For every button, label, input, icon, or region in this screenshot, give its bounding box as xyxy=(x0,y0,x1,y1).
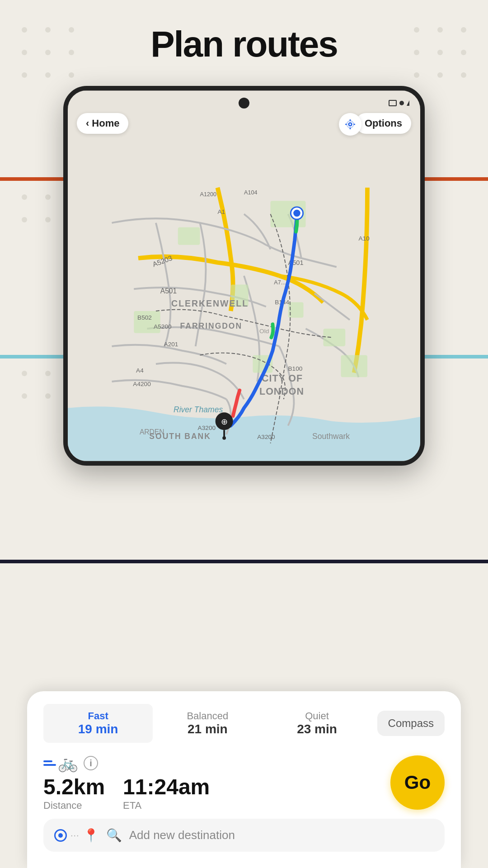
svg-text:A1: A1 xyxy=(217,208,225,215)
tab-balanced[interactable]: Balanced 21 min xyxy=(153,704,262,743)
map-area: River Thames xyxy=(68,90,420,461)
svg-point-36 xyxy=(293,210,300,217)
svg-text:River Thames: River Thames xyxy=(174,405,223,414)
svg-text:A501: A501 xyxy=(160,287,177,295)
svg-text:Southwark: Southwark xyxy=(312,432,350,441)
svg-rect-8 xyxy=(341,355,368,377)
svg-text:FARRINGDON: FARRINGDON xyxy=(180,321,242,330)
bike-icon: 🚲 xyxy=(58,754,78,773)
battery-icon xyxy=(389,100,397,106)
locate-button[interactable] xyxy=(339,113,361,136)
destination-icons: ··· 📍 xyxy=(54,828,99,843)
add-destination-bar[interactable]: ··· 📍 🔍 Add new destination xyxy=(43,819,445,852)
svg-text:⊕: ⊕ xyxy=(221,417,228,426)
phone-mockup: River Thames xyxy=(63,86,425,466)
distance-stat: 5.2km Distance xyxy=(43,776,105,811)
svg-text:A1200: A1200 xyxy=(200,192,216,198)
route-icons: 🚲 i xyxy=(43,754,210,773)
svg-text:ARDEN: ARDEN xyxy=(140,428,164,436)
route-dots-icon: ··· xyxy=(70,830,80,840)
svg-text:A201: A201 xyxy=(164,341,178,348)
back-button[interactable]: ‹ Home xyxy=(77,113,128,134)
svg-text:A3200: A3200 xyxy=(198,425,216,431)
network-icon xyxy=(407,100,409,106)
locate-icon xyxy=(344,118,356,130)
route-detail: 🚲 i 5.2km Distance 11:24am ETA Go xyxy=(43,754,445,811)
compass-button[interactable]: Compass xyxy=(377,711,445,736)
phone-camera xyxy=(239,98,249,108)
tab-quiet[interactable]: Quiet 23 min xyxy=(262,704,371,743)
svg-point-40 xyxy=(349,123,352,126)
speed-lines-icon xyxy=(43,760,56,766)
bottom-panel: Fast 19 min Balanced 21 min Quiet 23 min… xyxy=(27,691,461,868)
svg-text:A4: A4 xyxy=(136,367,144,374)
search-icon: 🔍 xyxy=(106,828,122,843)
tab-fast[interactable]: Fast 19 min xyxy=(43,704,153,743)
phone-status-bar xyxy=(68,95,420,111)
svg-rect-7 xyxy=(324,329,346,346)
svg-text:LONDON: LONDON xyxy=(259,386,304,397)
svg-text:B100: B100 xyxy=(288,365,303,372)
svg-text:A7...: A7... xyxy=(274,280,286,286)
go-button[interactable]: Go xyxy=(390,755,445,810)
route-tabs: Fast 19 min Balanced 21 min Quiet 23 min… xyxy=(43,704,445,743)
route-stats: 5.2km Distance 11:24am ETA xyxy=(43,776,210,811)
decorative-line-dark xyxy=(0,560,488,563)
svg-text:CITY OF: CITY OF xyxy=(262,373,303,384)
svg-text:A104: A104 xyxy=(244,189,258,196)
svg-text:A4200: A4200 xyxy=(133,381,151,387)
svg-point-41 xyxy=(347,121,353,127)
back-chevron-icon: ‹ xyxy=(86,118,89,129)
svg-text:A3200: A3200 xyxy=(257,434,275,440)
destination-pin-icon: 📍 xyxy=(83,828,99,843)
origin-icon xyxy=(54,829,67,842)
status-icons xyxy=(389,100,409,106)
svg-rect-3 xyxy=(178,227,200,245)
eta-stat: 11:24am ETA xyxy=(123,776,210,811)
svg-text:Old: Old xyxy=(259,328,269,335)
signal-icon xyxy=(399,101,404,105)
svg-text:A10: A10 xyxy=(358,235,370,242)
page-title: Plan routes xyxy=(0,24,488,65)
map-svg: River Thames xyxy=(68,90,420,461)
svg-text:CLERKENWELL: CLERKENWELL xyxy=(171,298,249,308)
info-icon[interactable]: i xyxy=(84,756,98,770)
svg-point-39 xyxy=(222,436,226,440)
svg-text:A5200: A5200 xyxy=(154,323,172,330)
options-button[interactable]: Options xyxy=(356,113,411,134)
svg-text:B502: B502 xyxy=(137,315,152,321)
